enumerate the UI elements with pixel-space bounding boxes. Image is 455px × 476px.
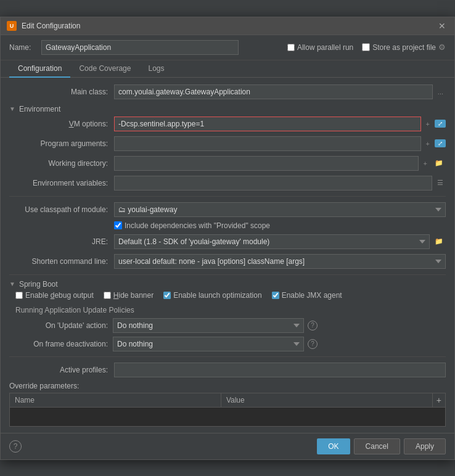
cancel-button[interactable]: Cancel bbox=[354, 438, 400, 454]
name-input[interactable] bbox=[41, 40, 239, 55]
environment-collapse-btn[interactable]: ▼ bbox=[9, 105, 15, 112]
title-bar: U Edit Configuration ✕ bbox=[1, 17, 454, 35]
active-profiles-control bbox=[114, 363, 446, 377]
enable-jmx-text: Enable JMX agent bbox=[282, 291, 342, 300]
environment-label: Environment bbox=[19, 105, 60, 113]
store-project-checkbox[interactable] bbox=[362, 43, 370, 51]
include-dependencies-row: Include dependencies with "Provided" sco… bbox=[114, 221, 446, 230]
allow-parallel-checkbox[interactable] bbox=[287, 44, 295, 51]
active-profiles-input[interactable] bbox=[114, 363, 446, 377]
classpath-module-label: Use classpath of module: bbox=[9, 205, 114, 214]
working-directory-label: Working directory: bbox=[9, 159, 114, 168]
content-area: Main class: ... ▼ Environment VM options… bbox=[1, 78, 454, 433]
enable-debug-text: Enable debug output bbox=[25, 291, 94, 300]
tabs: Configuration Code Coverage Logs bbox=[1, 60, 454, 78]
footer-right: OK Cancel Apply bbox=[317, 438, 446, 454]
jre-label: JRE: bbox=[9, 237, 114, 246]
vm-options-add-btn[interactable]: + bbox=[424, 119, 432, 129]
override-parameters-section: Override parameters: Name Value + bbox=[9, 382, 446, 427]
include-dependencies-checkbox[interactable] bbox=[114, 221, 122, 229]
main-class-input[interactable] bbox=[114, 84, 433, 99]
on-frame-deactivation-label: On frame deactivation: bbox=[22, 340, 108, 348]
on-frame-deactivation-select-wrap: Do nothing Update resources Update class… bbox=[113, 337, 318, 351]
program-arguments-input[interactable] bbox=[114, 136, 421, 151]
working-directory-browse-btn[interactable]: 📁 bbox=[432, 158, 446, 168]
main-class-browse-btn[interactable]: ... bbox=[435, 87, 446, 97]
spring-boot-section: ▼ Spring Boot Enable debug output Hide b… bbox=[9, 280, 446, 351]
env-variables-browse-btn[interactable]: ☰ bbox=[435, 178, 446, 188]
apply-button[interactable]: Apply bbox=[404, 438, 446, 454]
override-header: Override parameters: bbox=[9, 382, 446, 390]
shorten-cmd-row: Shorten command line: user-local default… bbox=[9, 253, 446, 269]
on-update-select[interactable]: Do nothing Update resources Update class… bbox=[113, 318, 304, 333]
running-policies-title: Running Application Update Policies bbox=[15, 306, 446, 314]
override-add-btn[interactable]: + bbox=[433, 393, 445, 407]
close-button[interactable]: ✕ bbox=[436, 21, 448, 31]
program-arguments-control: + ⤢ bbox=[114, 136, 446, 151]
spring-boot-header: ▼ Spring Boot bbox=[9, 280, 446, 289]
include-dependencies-label: Include dependencies with "Provided" sco… bbox=[125, 221, 270, 230]
dialog-title: Edit Configuration bbox=[22, 22, 431, 30]
working-directory-input[interactable] bbox=[114, 156, 419, 171]
footer-left: ? bbox=[9, 440, 22, 453]
ok-button[interactable]: OK bbox=[317, 438, 350, 454]
jre-control: Default (1.8 - SDK of 'youlai-gateway' m… bbox=[114, 234, 446, 249]
enable-jmx-checkbox[interactable] bbox=[272, 292, 279, 299]
help-button[interactable]: ? bbox=[9, 440, 22, 453]
vm-options-label: VM options: bbox=[9, 120, 114, 128]
env-variables-control: ☰ bbox=[114, 176, 446, 191]
tab-configuration[interactable]: Configuration bbox=[9, 60, 70, 78]
shorten-cmd-label: Shorten command line: bbox=[9, 257, 114, 266]
store-project-option: Store as project file ⚙ bbox=[362, 43, 446, 52]
enable-debug-checkbox[interactable] bbox=[15, 292, 23, 299]
working-directory-control: + 📁 bbox=[114, 156, 446, 171]
active-profiles-row: Active profiles: bbox=[9, 362, 446, 378]
main-class-label: Main class: bbox=[9, 88, 114, 96]
override-name-col: Name bbox=[10, 393, 221, 407]
hide-banner-label[interactable]: Hide banner bbox=[104, 291, 154, 300]
on-update-row: On 'Update' action: Do nothing Update re… bbox=[22, 318, 446, 333]
main-class-control: ... bbox=[114, 84, 446, 99]
on-update-help-icon[interactable]: ? bbox=[308, 321, 318, 330]
working-directory-add-btn[interactable]: + bbox=[421, 158, 430, 168]
program-arguments-add-btn[interactable]: + bbox=[424, 139, 432, 149]
enable-jmx-label[interactable]: Enable JMX agent bbox=[272, 291, 342, 300]
on-frame-deactivation-select[interactable]: Do nothing Update resources Update class… bbox=[113, 337, 304, 351]
footer: ? OK Cancel Apply bbox=[1, 433, 454, 459]
env-variables-label: Environment variables: bbox=[9, 179, 114, 187]
allow-parallel-label[interactable]: Allow parallel run bbox=[287, 43, 353, 52]
separator-2 bbox=[9, 274, 446, 275]
vm-options-expand-btn[interactable]: ⤢ bbox=[435, 120, 446, 128]
module-select-wrap: 🗂 youlai-gateway bbox=[114, 202, 446, 217]
enable-debug-label[interactable]: Enable debug output bbox=[15, 291, 94, 300]
tab-logs[interactable]: Logs bbox=[139, 60, 173, 78]
vm-options-input[interactable] bbox=[114, 117, 421, 131]
tab-code-coverage[interactable]: Code Coverage bbox=[70, 60, 139, 78]
separator-1 bbox=[9, 196, 446, 197]
main-class-row: Main class: ... bbox=[9, 84, 446, 100]
program-arguments-expand-btn[interactable]: ⤢ bbox=[435, 139, 446, 147]
enable-launch-text: Enable launch optimization bbox=[173, 291, 261, 300]
on-frame-help-icon[interactable]: ? bbox=[308, 339, 318, 349]
header-options: Allow parallel run Store as project file… bbox=[287, 43, 446, 52]
spring-boot-collapse-btn[interactable]: ▼ bbox=[9, 281, 15, 287]
jre-select[interactable]: Default (1.8 - SDK of 'youlai-gateway' m… bbox=[114, 234, 430, 249]
spring-boot-label: Spring Boot bbox=[19, 280, 58, 289]
app-icon: U bbox=[7, 21, 17, 31]
store-project-gear[interactable]: ⚙ bbox=[438, 43, 446, 52]
env-variables-row: Environment variables: ☰ bbox=[9, 175, 446, 191]
vm-options-row: VM options: + ⤢ bbox=[9, 116, 446, 132]
enable-launch-label[interactable]: Enable launch optimization bbox=[163, 291, 261, 300]
env-variables-input[interactable] bbox=[114, 176, 432, 191]
on-frame-deactivation-row: On frame deactivation: Do nothing Update… bbox=[22, 337, 446, 351]
program-arguments-label: Program arguments: bbox=[9, 139, 114, 148]
working-directory-row: Working directory: + 📁 bbox=[9, 155, 446, 171]
enable-launch-checkbox[interactable] bbox=[163, 292, 171, 299]
override-table-body bbox=[10, 408, 445, 426]
environment-section-header: ▼ Environment bbox=[9, 105, 446, 113]
jre-browse-btn[interactable]: 📁 bbox=[432, 236, 446, 247]
shorten-cmd-select[interactable]: user-local default: none - java [options… bbox=[114, 254, 446, 269]
active-profiles-label: Active profiles: bbox=[9, 366, 114, 374]
module-select[interactable]: 🗂 youlai-gateway bbox=[114, 202, 446, 217]
hide-banner-checkbox[interactable] bbox=[104, 292, 111, 299]
